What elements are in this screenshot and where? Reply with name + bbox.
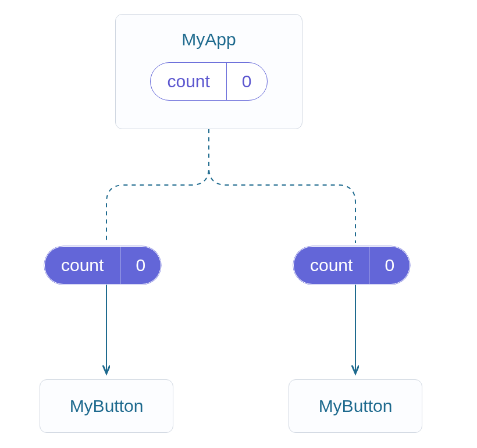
state-label: count: [151, 63, 226, 100]
child-title: MyButton: [319, 396, 393, 416]
state-value: 0: [227, 63, 267, 100]
parent-title: MyApp: [181, 30, 236, 49]
prop-label: count: [45, 247, 120, 284]
prop-value: 0: [369, 247, 410, 284]
child-prop-pill-right: count 0: [293, 246, 410, 285]
child-title: MyButton: [70, 396, 144, 416]
prop-value: 0: [120, 247, 161, 284]
child-prop-pill-left: count 0: [44, 246, 161, 285]
child-component-card-left: MyButton: [40, 379, 173, 433]
prop-label: count: [294, 247, 369, 284]
child-component-card-right: MyButton: [289, 379, 422, 433]
parent-component-card: MyApp count 0: [115, 14, 302, 129]
state-flow-diagram: MyApp count 0 count 0 count 0 MyButton M…: [0, 0, 477, 448]
parent-state-pill: count 0: [150, 62, 267, 101]
